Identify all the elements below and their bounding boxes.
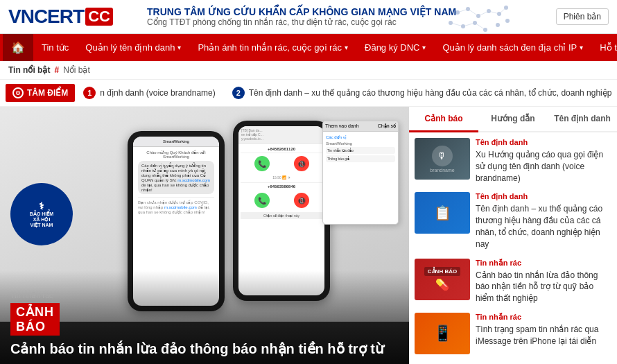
nav-home-button[interactable]: 🏠 — [3, 34, 33, 61]
sidebar-thumb-2: 📋 — [415, 192, 470, 234]
dropdown-arrow: ▾ — [345, 44, 348, 51]
main-article-title: Cảnh báo tin nhắn lừa đảo thông báo nhận… — [10, 340, 399, 358]
sidebar-item-4[interactable]: 📱 Tin nhắn rác Tình trạng spam tin nhắn … — [415, 313, 611, 354]
nav-item-quanly-ten[interactable]: Quản lý tên định danh ▾ — [77, 35, 189, 60]
dropdown-arrow: ▾ — [422, 44, 426, 51]
sidebar-item-text-3: Tin nhắn rác Cảnh báo tin nhắn lừa đảo t… — [476, 259, 611, 304]
sidebar-item-title-4: Tình trạng spam tin nhắn rác qua iMessag… — [476, 324, 611, 347]
svg-line-18 — [463, 23, 475, 26]
tam-diem-item-2[interactable]: 2 Tên định danh – xu thế quảng cáo thươn… — [224, 87, 611, 99]
sidebar-item-1[interactable]: 🎙 brandname Tên định danh Xu Hướng quảng… — [415, 138, 611, 184]
network-decoration — [444, 6, 513, 46]
svg-line-12 — [458, 9, 468, 12]
tam-diem-item-1[interactable]: 1 n định danh (voice brandname) — [75, 87, 223, 99]
svg-line-16 — [499, 8, 506, 14]
sidebar-thumb-4: 📱 — [415, 313, 470, 354]
sidebar-item-title-3: Cảnh báo tin nhắn lừa đảo thông báo nhận… — [476, 270, 611, 304]
sidebar-item-title-1: Xu Hướng quảng cáo qua gọi điện sử dụng … — [476, 149, 611, 184]
article-canh-bao-tag: CẢNHBÁO — [10, 303, 60, 336]
svg-point-11 — [505, 19, 510, 23]
tam-diem-badge: ⊙ TÂM ĐIỂM — [6, 84, 75, 102]
header: VNCERT CC TRUNG TÂM ỨNG CỨU KHẨN CẤP KHÔ… — [0, 0, 617, 34]
dropdown-arrow: ▾ — [177, 44, 181, 51]
logo-cc: CC — [85, 8, 113, 26]
nav-item-dang-ky[interactable]: Đăng ký DNC ▾ — [356, 35, 434, 60]
sidebar-item-cat-3: Tin nhắn rác — [476, 259, 611, 268]
sidebar-item-text-2: Tên định danh Tên định danh – xu thế quả… — [476, 192, 611, 250]
sidebar-item-title-2: Tên định danh – xu thế quảng cáo thương … — [476, 203, 611, 250]
svg-line-17 — [451, 23, 463, 26]
phien-ban-button[interactable]: Phiên bản — [556, 8, 609, 25]
sidebar-item-2[interactable]: 📋 Tên định danh Tên định danh – xu thế q… — [415, 192, 611, 250]
sidebar-item-text-4: Tin nhắn rác Tình trạng spam tin nhắn rá… — [476, 313, 611, 354]
tab-canh-bao[interactable]: Cảnh báo — [409, 107, 478, 132]
vss-logo: ⚕ BẢO HIỂM XÃ HỘI VIỆT NAM — [10, 183, 73, 245]
nav-item-tintuc[interactable]: Tin tức — [33, 35, 77, 60]
svg-line-14 — [478, 11, 489, 16]
nav-item-phan-anh[interactable]: Phản ánh tin nhắn rác, cuộc gọi rác ▾ — [189, 35, 356, 60]
dropdown-arrow: ▾ — [580, 44, 583, 51]
sidebar-thumb-3: CẢNH BÁO 💊 — [415, 259, 470, 300]
right-sidebar: Cảnh báo Hướng dẫn Tên định danh 🎙 brand… — [409, 107, 617, 364]
main-article[interactable]: ⚕ BẢO HIỂM XÃ HỘI VIỆT NAM SmartWorking … — [0, 107, 409, 364]
main-content: ⚕ BẢO HIỂM XÃ HỘI VIỆT NAM SmartWorking … — [0, 107, 617, 364]
breadcrumb-label: Tin nổi bật — [8, 65, 50, 75]
sidebar-item-cat-4: Tin nhắn rác — [476, 313, 611, 322]
tab-huong-dan[interactable]: Hướng dẫn — [478, 107, 548, 131]
sidebar-item-text-1: Tên định danh Xu Hướng quảng cáo qua gọi… — [476, 138, 611, 184]
svg-line-15 — [489, 11, 499, 14]
tablet-mockup: Them vao danh Chặn số Các đơn vị SmartWo… — [322, 121, 399, 225]
article-overlay: Tin nhắn rác CẢNHBÁO Cảnh báo tin nhắn l… — [0, 270, 409, 364]
logo-vncert: VNCERT — [8, 6, 84, 28]
tam-diem-items: 1 n định danh (voice brandname) 2 Tên đị… — [75, 87, 611, 99]
breadcrumb-hash: # — [54, 65, 59, 75]
sidebar-item-3[interactable]: CẢNH BÁO 💊 Tin nhắn rác Cảnh báo tin nhắ… — [415, 259, 611, 304]
tam-diem-text-2: Tên định danh – xu thế quảng cáo thương … — [249, 88, 611, 98]
tam-diem-text-1: n định danh (voice brandname) — [100, 88, 215, 98]
main-nav: 🏠 Tin tức Quản lý tên định danh ▾ Phản á… — [0, 34, 617, 61]
tam-diem-num-1: 1 — [83, 87, 96, 99]
tab-ten-dinh-danh[interactable]: Tên định danh — [548, 107, 617, 131]
tam-diem-icon: ⊙ — [12, 87, 24, 98]
sidebar-thumb-1: 🎙 brandname — [415, 138, 470, 180]
sidebar-tabs: Cảnh báo Hướng dẫn Tên định danh — [409, 107, 617, 132]
sidebar-item-cat-1: Tên định danh — [476, 138, 611, 147]
svg-point-10 — [496, 23, 500, 27]
nav-item-ho-tro[interactable]: Hỗ trợ ▾ — [591, 35, 617, 60]
svg-line-19 — [475, 23, 485, 30]
sidebar-items: 🎙 brandname Tên định danh Xu Hướng quảng… — [409, 132, 617, 364]
article-label-small: Tin nhắn rác — [10, 291, 399, 300]
logo-area: VNCERT CC — [8, 6, 140, 28]
svg-line-13 — [468, 9, 478, 16]
breadcrumb: Tin nổi bật # Nổi bật — [0, 61, 617, 80]
tam-diem-num-2: 2 — [232, 87, 245, 99]
breadcrumb-sub: Nổi bật — [63, 65, 90, 75]
sidebar-item-cat-2: Tên định danh — [476, 192, 611, 201]
tam-diem-bar: ⊙ TÂM ĐIỂM 1 n định danh (voice brandnam… — [0, 80, 617, 107]
